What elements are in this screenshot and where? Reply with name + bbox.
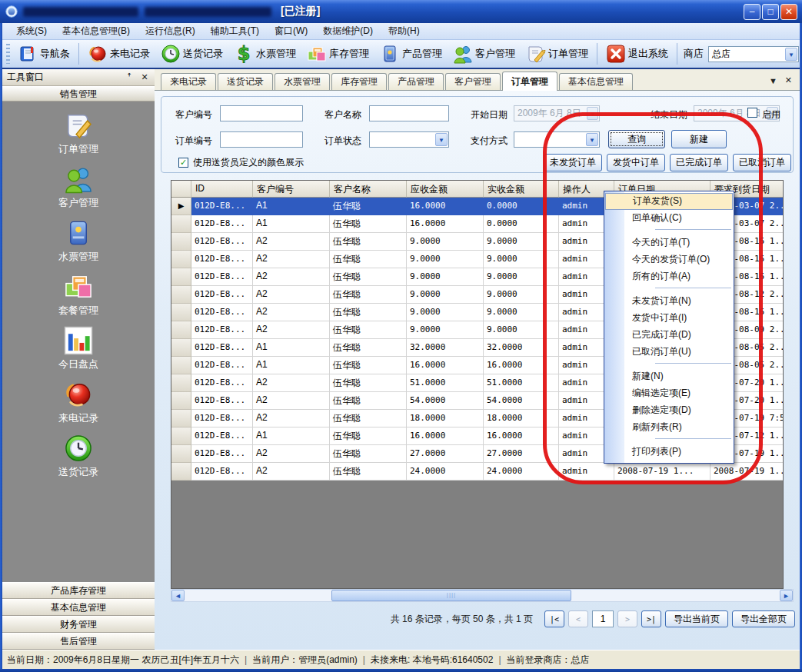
- toolbar-call-log-button[interactable]: 来电记录: [82, 42, 155, 65]
- order-status-filter-button[interactable]: 已完成订单: [670, 154, 728, 171]
- row-selector[interactable]: ▶: [171, 374, 191, 392]
- document-tab[interactable]: 来电记录: [161, 73, 216, 90]
- export-all-pages-button[interactable]: 导出全部页: [732, 610, 795, 627]
- customer-no-input[interactable]: [220, 105, 303, 121]
- row-selector[interactable]: ▶: [171, 233, 191, 251]
- start-date-picker[interactable]: 2009年 6月 8日 ▼: [514, 105, 600, 121]
- row-selector[interactable]: ▶: [171, 215, 191, 233]
- pay-method-select[interactable]: ▼: [514, 131, 600, 148]
- sidebar-group-button[interactable]: 财务管理: [2, 616, 155, 633]
- menu-item[interactable]: 窗口(W): [267, 22, 315, 40]
- order-no-input[interactable]: [220, 131, 303, 148]
- toolbar-inventory-button[interactable]: 库存管理: [301, 42, 374, 65]
- horizontal-scrollbar[interactable]: ◄ ►: [171, 589, 794, 602]
- shop-select[interactable]: 总店 ▼: [708, 46, 799, 62]
- document-tab[interactable]: 订单管理: [502, 72, 557, 91]
- chevron-down-icon[interactable]: ▼: [586, 133, 598, 146]
- order-status-filter-button[interactable]: 发货中订单: [607, 154, 665, 171]
- context-menu-item[interactable]: 回单确认(C): [604, 210, 734, 227]
- toolbar-exit-button[interactable]: 退出系统: [601, 42, 674, 65]
- row-selector[interactable]: ▶: [171, 410, 191, 427]
- context-menu-item[interactable]: [604, 438, 734, 444]
- delivery-color-checkbox[interactable]: ✓: [178, 158, 188, 168]
- toolbar-grip[interactable]: [6, 44, 10, 64]
- context-menu-item[interactable]: 已取消订单(U): [604, 344, 734, 361]
- sidebar-item-customer-mgmt[interactable]: 客户管理: [2, 165, 155, 210]
- close-button[interactable]: ✕: [780, 4, 797, 20]
- sidebar-item-water-ticket-mgmt[interactable]: 水票管理: [2, 218, 155, 264]
- menu-item[interactable]: 运行信息(R): [138, 22, 203, 40]
- chevron-down-icon[interactable]: ▼: [435, 133, 448, 146]
- query-button[interactable]: 查询: [608, 130, 665, 148]
- row-selector[interactable]: ▶: [171, 321, 191, 339]
- scrollbar-thumb[interactable]: [331, 590, 571, 601]
- row-selector[interactable]: ▶: [171, 463, 191, 481]
- sidebar-item-delivery-log[interactable]: 送货记录: [2, 434, 155, 479]
- export-current-page-button[interactable]: 导出当前页: [665, 610, 728, 627]
- menu-item[interactable]: 基本信息管理(B): [55, 22, 138, 40]
- order-status-select[interactable]: ▼: [369, 131, 449, 148]
- context-menu-item[interactable]: [604, 363, 734, 368]
- chevron-down-icon[interactable]: ▼: [785, 48, 797, 61]
- menu-item[interactable]: 帮助(H): [381, 22, 428, 40]
- row-selector[interactable]: ▶: [171, 286, 191, 304]
- context-menu-item[interactable]: [604, 288, 734, 293]
- context-menu-item[interactable]: 刷新列表(R): [604, 419, 734, 436]
- page-number-box[interactable]: 1: [592, 610, 614, 627]
- row-selector[interactable]: ▶: [171, 339, 191, 357]
- menu-item[interactable]: 数据维护(D): [315, 22, 381, 40]
- scroll-right-icon[interactable]: ►: [780, 590, 793, 601]
- prev-page-button[interactable]: <: [568, 610, 588, 627]
- pin-icon[interactable]: ꜛ: [124, 73, 135, 82]
- row-selector[interactable]: ▶: [171, 427, 191, 445]
- document-tab[interactable]: 产品管理: [388, 73, 444, 90]
- row-selector[interactable]: ▶: [171, 304, 191, 321]
- scroll-left-icon[interactable]: ◄: [171, 590, 185, 601]
- tab-list-dropdown-icon[interactable]: ▼: [769, 76, 777, 85]
- last-page-button[interactable]: >|: [641, 610, 661, 627]
- context-menu-item[interactable]: 未发货订单(N): [604, 293, 734, 310]
- document-tab[interactable]: 库存管理: [331, 73, 387, 90]
- column-header[interactable]: 客户编号: [253, 181, 330, 198]
- sidebar-item-call-log[interactable]: 来电记录: [2, 380, 155, 425]
- sidebar-group-button[interactable]: 售后管理: [2, 633, 155, 650]
- context-menu-item[interactable]: 发货中订单(I): [604, 310, 734, 327]
- table-row[interactable]: ▶ 012D-E8... A2 伍华聪 24.0000 24.0000 admi…: [171, 463, 783, 481]
- context-menu-item[interactable]: 打印列表(P): [604, 444, 734, 461]
- tab-close-icon[interactable]: ✕: [785, 75, 792, 85]
- close-icon[interactable]: ✕: [139, 72, 150, 82]
- scrollbar-track[interactable]: [185, 590, 780, 601]
- minimize-button[interactable]: –: [744, 4, 760, 20]
- order-status-filter-button[interactable]: 未发货订单: [544, 154, 602, 171]
- document-tab[interactable]: 送货记录: [218, 73, 273, 90]
- context-menu-item[interactable]: 已完成订单(D): [604, 327, 734, 344]
- menu-item[interactable]: 辅助工具(T): [203, 22, 267, 40]
- new-button[interactable]: 新建: [671, 130, 727, 148]
- document-tab[interactable]: 水票管理: [275, 73, 330, 90]
- order-status-filter-button[interactable]: 已取消订单: [733, 154, 791, 171]
- document-tab[interactable]: 客户管理: [445, 73, 501, 90]
- context-menu-item[interactable]: 订单发货(S): [605, 193, 733, 210]
- context-menu-item[interactable]: [604, 229, 734, 235]
- sidebar-item-package-mgmt[interactable]: 套餐管理: [2, 272, 155, 318]
- context-menu-item[interactable]: 所有的订单(A): [604, 268, 734, 285]
- column-header[interactable]: ID: [191, 181, 253, 198]
- toolbar-order-button[interactable]: 订单管理: [521, 42, 594, 65]
- row-selector[interactable]: ▶: [171, 357, 191, 374]
- row-selector[interactable]: ▶: [171, 268, 191, 286]
- column-header[interactable]: 应收金额: [407, 181, 484, 198]
- context-menu-item[interactable]: 编辑选定项(E): [604, 385, 734, 402]
- context-menu-item[interactable]: 新建(N): [604, 368, 734, 385]
- toolbar-product-button[interactable]: 产品管理: [374, 42, 448, 65]
- context-menu-item[interactable]: 删除选定项(D): [604, 402, 734, 419]
- toolbar-delivery-log-button[interactable]: 送货记录: [155, 42, 228, 65]
- sidebar-item-order-mgmt[interactable]: 订单管理: [2, 111, 155, 156]
- sidebar-item-daily-inventory[interactable]: 今日盘点: [2, 326, 155, 371]
- toolbar-water-ticket-button[interactable]: $ 水票管理: [228, 42, 301, 65]
- customer-name-input[interactable]: [369, 105, 449, 121]
- toolbar-nav-button[interactable]: 导航条: [12, 42, 75, 65]
- context-menu-item[interactable]: 今天的订单(T): [604, 235, 734, 251]
- next-page-button[interactable]: >: [617, 610, 637, 627]
- sidebar-group-sales[interactable]: 销售管理: [2, 86, 155, 101]
- sidebar-group-button[interactable]: 产品库存管理: [2, 582, 155, 599]
